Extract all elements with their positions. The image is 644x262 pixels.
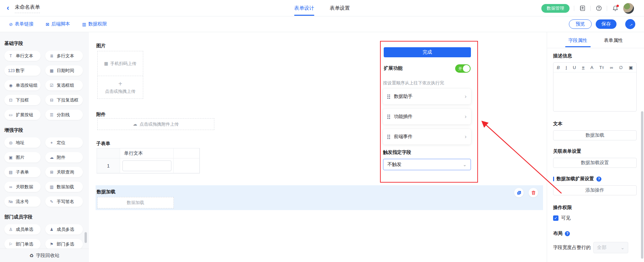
checkbox-group[interactable]: ☑ 复选框组 (45, 80, 83, 90)
scan-upload-area[interactable]: ▦ 手机扫码上传 (98, 51, 143, 76)
extend-button[interactable]: ▭ 扩展按钮 (4, 110, 41, 120)
handwritten-signature[interactable]: ✎ 手写签名 (45, 196, 83, 207)
data-permission[interactable]: ▥ 数据权限 (82, 21, 107, 27)
single-line-text[interactable]: T 单行文本 (4, 51, 41, 61)
member-multi[interactable]: ♟ 成员多选 (45, 224, 83, 235)
image-upload-field[interactable]: ▦ 手机扫码上传 + 点击或拖拽上传 (97, 51, 143, 99)
editor-format-icon[interactable]: ∅ (619, 65, 623, 70)
description-editor[interactable]: BIU≡ATт∞∅▣ (553, 62, 637, 112)
function-plugin[interactable]: 功能插件 › (383, 109, 471, 124)
attachment-upload-field[interactable]: ☁ 点击或拖拽附件上传 (97, 118, 214, 130)
editor-format-icon[interactable]: U (573, 65, 576, 70)
editor-format-icon[interactable]: Tт (599, 65, 604, 70)
field-type-icon: ✎ (49, 199, 54, 204)
multi-line-text[interactable]: ≣ 多行文本 (45, 51, 83, 61)
share-button[interactable]: → (625, 19, 635, 29)
form-designer-app: ‹ 未命名表单 表单设计 表单设置 数据管理 (0, 0, 644, 262)
department-single[interactable]: ⚐ 部门单选 (4, 239, 41, 249)
sidebar-scrollbar[interactable] (85, 232, 87, 243)
delete-field-icon[interactable] (529, 188, 538, 197)
user-avatar[interactable] (623, 3, 634, 14)
subform-text-input[interactable] (122, 160, 171, 171)
dropdown[interactable]: ⊡ 下拉框 (4, 95, 41, 105)
data-load[interactable]: ▥ 数据加载 (45, 182, 83, 192)
frontend-event[interactable]: 前端事件 › (383, 129, 471, 144)
drag-handle-icon[interactable] (387, 94, 390, 99)
dataload-field-row[interactable]: 数据加载 数据加载 (96, 185, 543, 210)
add-action-button[interactable]: 添加操作 (553, 185, 637, 195)
help-icon[interactable] (595, 5, 602, 12)
backend-script[interactable]: ⊠ 后端脚本 (46, 21, 70, 27)
editor-format-icon[interactable]: I (566, 65, 567, 70)
divider (574, 6, 574, 11)
subform[interactable]: ▤ 子表单 (4, 167, 41, 177)
tab-form-design[interactable]: 表单设计 (294, 0, 314, 16)
field-width-select[interactable]: 全部 ⌄ (593, 242, 628, 253)
visible-checkbox-row[interactable]: ✓ 可见 (553, 215, 637, 221)
related-query[interactable]: ⊞ 关联查询 (45, 167, 83, 177)
data-helper[interactable]: 数据助手 › (383, 89, 471, 104)
done-button[interactable]: 完成 (384, 47, 471, 57)
editor-format-icon[interactable]: B (557, 65, 560, 70)
field-type-label: 成员多选 (57, 226, 74, 233)
editor-format-icon[interactable]: ▣ (629, 65, 633, 70)
visible-label: 可见 (561, 215, 571, 221)
click-upload-area[interactable]: + 点击或拖拽上传 (98, 76, 143, 99)
tab-form-properties[interactable]: 表单属性 (604, 32, 623, 48)
layout-label: 布局 (553, 231, 562, 237)
field-type-label: 图片 (16, 154, 24, 160)
contacts-icon[interactable] (579, 5, 586, 12)
dataload-extension-settings-label: 数据加载扩展设置 (556, 176, 594, 182)
help-question-icon[interactable]: ? (596, 177, 601, 182)
datetime[interactable]: ▦ 日期时间 (45, 65, 83, 76)
dataload-placeholder-button[interactable]: 数据加载 (97, 197, 174, 208)
extension-toggle[interactable]: 开 (455, 64, 471, 73)
department-multi[interactable]: ⚑ 部门多选 (45, 239, 83, 249)
attachment[interactable]: ☁ 附件 (45, 152, 83, 162)
inspector-scrollbar[interactable] (641, 111, 643, 259)
department-fields-grid: ♙ 成员单选 ♟ 成员多选 ⚐ 部门单选 ⚑ (4, 224, 85, 249)
drag-handle-icon[interactable] (387, 135, 390, 139)
divider (590, 6, 591, 11)
dropdown-multi[interactable]: ⊟ 下拉复选框 (45, 95, 83, 105)
save-button[interactable]: 保存 (596, 19, 616, 29)
member-single[interactable]: ♙ 成员单选 (4, 224, 41, 235)
editor-format-icon[interactable]: A (590, 65, 593, 70)
related-data[interactable]: ∞ 关联数据 (4, 182, 41, 192)
dataload-settings-button[interactable]: 数据加载设置 (553, 158, 637, 168)
preview-button[interactable]: 预览 (569, 19, 592, 29)
data-manage-button[interactable]: 数据管理 (541, 4, 570, 13)
field-type-label: 子表单 (16, 169, 29, 175)
number[interactable]: 123 数字 (4, 65, 41, 76)
divider[interactable]: ☰ 分割线 (45, 110, 83, 120)
field-type-icon: ▥ (49, 185, 54, 189)
section-title-basic: 基础字段 (4, 41, 85, 47)
section-marker (553, 177, 554, 181)
tab-field-properties[interactable]: 字段属性 (569, 32, 587, 48)
field-type-label: 关联数据 (16, 184, 33, 190)
tab-form-settings[interactable]: 表单设置 (330, 0, 350, 16)
copy-field-icon[interactable] (514, 188, 524, 197)
checkbox-checked-icon[interactable]: ✓ (553, 215, 558, 221)
toolbar-links: ⊘ 表单链接 ⊠ 后端脚本 ▥ 数据权限 (9, 16, 107, 32)
editor-format-icon[interactable]: ∞ (610, 65, 613, 70)
help-question-icon[interactable]: ? (565, 231, 570, 236)
image[interactable]: ▣ 图片 (4, 152, 41, 162)
field-type-icon: ⊟ (49, 98, 54, 103)
field-type-label: 定位 (57, 140, 65, 146)
trigger-field-select[interactable]: 不触发 ⌄ (383, 159, 471, 170)
drag-handle-icon[interactable] (387, 115, 390, 119)
address[interactable]: ◎ 地址 (4, 137, 41, 148)
card-label: 数据助手 (394, 93, 465, 100)
qr-code-icon: ▦ (104, 61, 108, 66)
serial-number[interactable]: № 流水号 (4, 196, 41, 207)
field-recycle-bin[interactable]: ♻ 字段回收站 (0, 249, 89, 262)
field-type-label: 关联查询 (57, 169, 74, 175)
radio-group[interactable]: ◉ 单选按钮组 (4, 80, 41, 90)
editor-format-icon[interactable]: ≡ (582, 65, 585, 70)
notification-bell-icon[interactable] (611, 5, 619, 12)
text-value-box[interactable]: 数据加载 (553, 130, 637, 140)
location[interactable]: ⌖ 定位 (45, 137, 83, 148)
form-link[interactable]: ⊘ 表单链接 (9, 21, 34, 27)
link-label: 后端脚本 (51, 21, 70, 27)
